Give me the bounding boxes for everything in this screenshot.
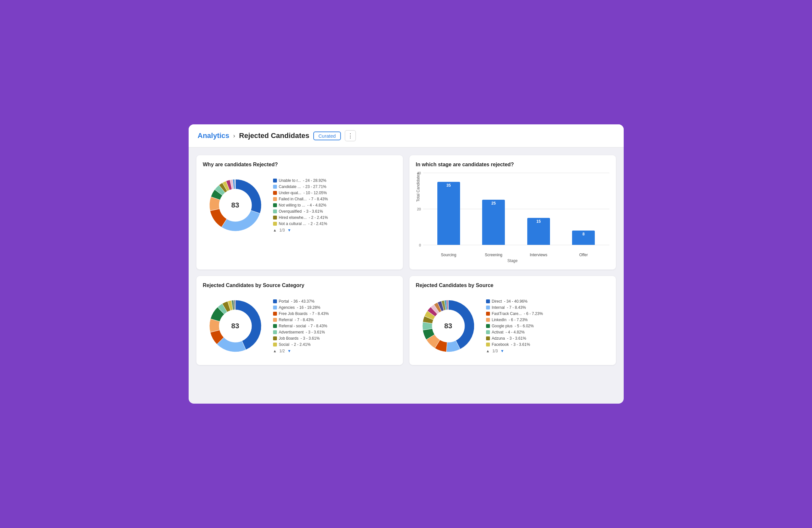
chart3-donut: 83 <box>203 294 268 358</box>
legend-color-dot <box>486 299 490 303</box>
bar-value-label: 15 <box>536 218 540 224</box>
legend-label: Not a cultural ... - 2 - 2.41% <box>279 222 327 226</box>
legend-item: Failed in Chall... - 7 - 8.43% <box>273 197 328 201</box>
legend-label: Direct - 34 - 40.96% <box>492 299 527 304</box>
more-menu-button[interactable]: ⋮ <box>345 130 356 141</box>
bar-group: 25 <box>482 173 505 245</box>
chart1-page-down-icon[interactable]: ▼ <box>287 228 291 232</box>
legend-item: Advertisement - 3 - 3.61% <box>273 330 329 334</box>
legend-item: Agencies - 16 - 19.28% <box>273 305 329 310</box>
legend-label: Advertisement - 3 - 3.61% <box>279 330 325 334</box>
chart3-pagination: ▲ 1/2 ▼ <box>273 349 329 353</box>
bar-x-label: Screening <box>480 253 507 257</box>
bar-groups: 3525158 <box>423 173 609 245</box>
chart4-page-down-icon[interactable]: ▼ <box>500 349 504 353</box>
y-tick-label: 40 <box>417 171 423 175</box>
bar-x-label: Sourcing <box>436 253 462 257</box>
chart1-page-up-icon[interactable]: ▲ <box>273 228 277 232</box>
legend-color-dot <box>486 324 490 328</box>
bar-chart-plot: 40200 3525158 <box>423 173 609 245</box>
page-title: Rejected Candidates <box>239 131 309 140</box>
chart3-page-up-icon[interactable]: ▲ <box>273 349 277 353</box>
legend-item: Internal - 7 - 8.43% <box>486 305 543 310</box>
legend-label: Hired elsewhe... - 2 - 2.41% <box>279 215 328 220</box>
legend-color-dot <box>273 299 277 303</box>
legend-color-dot <box>273 185 277 189</box>
legend-color-dot <box>273 222 277 226</box>
legend-label: Not willing to ... - 4 - 4.82% <box>279 203 327 208</box>
chart4-page-up-icon[interactable]: ▲ <box>486 349 490 353</box>
legend-color-dot <box>486 305 490 310</box>
analytics-link[interactable]: Analytics <box>198 131 230 140</box>
legend-color-dot <box>486 330 490 334</box>
legend-label: Unable to r... - 24 - 28.92% <box>279 178 327 183</box>
legend-color-dot <box>273 312 277 316</box>
grid-line: 0 <box>423 245 609 245</box>
chart3-total: 83 <box>231 322 239 330</box>
chart4-legend-list: Direct - 34 - 40.96% Internal - 7 - 8.43… <box>486 299 543 347</box>
legend-color-dot <box>273 216 277 219</box>
legend-item: Unable to r... - 24 - 28.92% <box>273 178 328 183</box>
legend-label: Portal - 36 - 43.37% <box>279 299 315 304</box>
content-area: Why are candidates Rejected? 83 Unable t… <box>189 147 624 373</box>
legend-label: Internal - 7 - 8.43% <box>492 305 526 310</box>
legend-color-dot <box>486 318 490 322</box>
legend-item: Referral - social - 7 - 8.43% <box>273 324 329 328</box>
curated-badge[interactable]: Curated <box>313 131 341 140</box>
chart4-pagination: ▲ 1/3 ▼ <box>486 349 543 353</box>
chart3-legend: Portal - 36 - 43.37% Agencies - 16 - 19.… <box>273 299 329 353</box>
chart3-area: 83 Portal - 36 - 43.37% Agencies - 16 - … <box>203 294 396 358</box>
legend-item: Facebook - 3 - 3.61% <box>486 342 543 347</box>
chart4-donut: 83 <box>416 294 481 358</box>
bar-value-label: 8 <box>582 231 585 237</box>
legend-item: Candidate ... - 23 - 27.71% <box>273 184 328 189</box>
legend-color-dot <box>486 312 490 316</box>
legend-color-dot <box>273 318 277 322</box>
chart4-page-label: 1/3 <box>492 349 498 353</box>
legend-color-dot <box>273 343 277 346</box>
legend-color-dot <box>273 179 277 183</box>
bar-group: 8 <box>572 173 595 245</box>
legend-item: Google plus - 5 - 6.02% <box>486 324 543 328</box>
legend-label: Job Boards - 3 - 3.61% <box>279 336 320 341</box>
card4-title: Rejected Candidates by Source <box>416 283 609 288</box>
bar-x-labels: SourcingScreeningInterviewsOffer <box>423 253 609 257</box>
chart3-page-down-icon[interactable]: ▼ <box>287 349 291 353</box>
source-category-card: Rejected Candidates by Source Category 8… <box>197 276 403 365</box>
chart4-total: 83 <box>444 322 452 330</box>
legend-label: Overqualified - 3 - 3.61% <box>279 209 323 214</box>
legend-item: FastTrack Care... - 6 - 7.23% <box>486 311 543 316</box>
rejection-reasons-card: Why are candidates Rejected? 83 Unable t… <box>197 155 403 270</box>
x-axis-title: Stage <box>416 258 609 263</box>
legend-color-dot <box>273 197 277 201</box>
legend-label: LinkedIn - 6 - 7.23% <box>492 317 528 322</box>
card1-title: Why are candidates Rejected? <box>203 162 396 168</box>
legend-label: Free Job Boards - 7 - 8.43% <box>279 311 329 316</box>
chart3-legend-list: Portal - 36 - 43.37% Agencies - 16 - 19.… <box>273 299 329 347</box>
legend-label: Agencies - 16 - 19.28% <box>279 305 320 310</box>
legend-item: Free Job Boards - 7 - 8.43% <box>273 311 329 316</box>
legend-color-dot <box>486 343 490 346</box>
legend-item: Job Boards - 3 - 3.61% <box>273 336 329 341</box>
bar-rect: 8 <box>572 231 595 245</box>
legend-item: Overqualified - 3 - 3.61% <box>273 209 328 214</box>
legend-item: Hired elsewhe... - 2 - 2.41% <box>273 215 328 220</box>
legend-color-dot <box>273 330 277 334</box>
chart1-pagination: ▲ 1/3 ▼ <box>273 228 328 232</box>
legend-color-dot <box>273 191 277 195</box>
legend-label: FastTrack Care... - 6 - 7.23% <box>492 311 543 316</box>
legend-color-dot <box>273 210 277 213</box>
y-axis-title: Total Candidates <box>416 173 420 202</box>
bar-value-label: 25 <box>492 200 496 205</box>
stage-rejection-card: In which stage are candidates rejected? … <box>409 155 616 270</box>
main-container: Analytics › Rejected Candidates Curated … <box>189 124 624 404</box>
y-tick-label: 0 <box>419 243 423 247</box>
chart4-legend: Direct - 34 - 40.96% Internal - 7 - 8.43… <box>486 299 543 353</box>
bar-group: 15 <box>527 173 550 245</box>
legend-label: Adzuna - 3 - 3.61% <box>492 336 526 341</box>
y-tick-label: 20 <box>417 207 423 211</box>
breadcrumb-chevron: › <box>233 132 235 139</box>
source-card: Rejected Candidates by Source 83 Direct … <box>409 276 616 365</box>
card2-title: In which stage are candidates rejected? <box>416 162 609 168</box>
legend-label: Failed in Chall... - 7 - 8.43% <box>279 197 328 201</box>
